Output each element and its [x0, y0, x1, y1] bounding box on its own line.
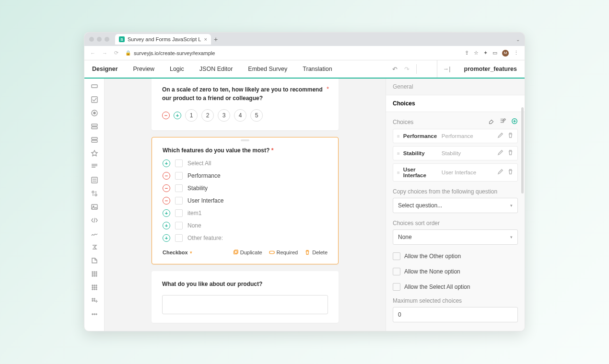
minimize-dot[interactable]	[97, 37, 102, 42]
choice-name[interactable]: User Interface	[403, 167, 438, 178]
choice-label[interactable]: None	[187, 222, 201, 229]
choice-row[interactable]: +Select All	[163, 159, 328, 167]
toolbox-file-icon[interactable]	[90, 256, 99, 265]
delete-choice-icon[interactable]	[507, 149, 514, 157]
edit-choice-icon[interactable]	[497, 149, 504, 157]
edit-choice-icon[interactable]	[497, 132, 504, 140]
close-tab-icon[interactable]: ×	[204, 36, 207, 42]
question-card-rating[interactable]: * On a scale of zero to ten, how likely …	[152, 79, 339, 130]
question-title[interactable]: On a scale of zero to ten, how likely ar…	[162, 85, 328, 102]
choice-row[interactable]: +None	[163, 222, 328, 229]
maximize-dot[interactable]	[105, 37, 109, 42]
panel-icon[interactable]: ▭	[492, 50, 497, 56]
checkbox[interactable]	[175, 222, 183, 229]
checkbox[interactable]	[175, 159, 183, 167]
accordion-general[interactable]: General	[386, 79, 525, 95]
browser-tab[interactable]: S Survey and Forms JavaScript L ×	[115, 34, 211, 45]
url-field[interactable]: 🔒 surveyjs.io/create-survey#example	[125, 50, 458, 56]
add-choice-icon[interactable]	[511, 118, 518, 126]
choice-value[interactable]: Stability	[442, 150, 493, 156]
remove-choice-icon[interactable]: −	[163, 197, 170, 205]
toolbox-radiogroup-icon[interactable]	[90, 108, 99, 118]
toolbox-image-icon[interactable]	[90, 202, 99, 212]
choice-row[interactable]: +Other feature:	[163, 234, 328, 242]
toolbox-html-icon[interactable]	[90, 216, 99, 225]
checkbox[interactable]	[175, 197, 183, 205]
choice-label[interactable]: Other feature:	[187, 235, 223, 241]
profile-avatar[interactable]: M	[502, 50, 509, 57]
drag-handle[interactable]	[241, 139, 249, 141]
rating-item[interactable]: 1	[185, 109, 198, 122]
choice-value[interactable]: User Interface	[442, 170, 493, 175]
scrollbar[interactable]	[521, 107, 524, 193]
new-tab-button[interactable]: +	[214, 35, 218, 43]
add-choice-icon[interactable]: +	[163, 222, 170, 229]
delete-choice-icon[interactable]	[507, 169, 514, 176]
extensions-icon[interactable]: ✦	[483, 50, 488, 56]
textarea-placeholder[interactable]	[162, 295, 328, 314]
allow-selectall-checkbox[interactable]: Allow the Select All option	[393, 283, 518, 291]
reload-button[interactable]: ⟳	[114, 50, 118, 56]
bookmark-icon[interactable]: ☆	[474, 50, 479, 56]
close-dot[interactable]	[89, 37, 94, 42]
back-button[interactable]: ←	[90, 50, 95, 56]
drag-handle-icon[interactable]: ≡	[397, 151, 399, 156]
toolbox-ranking-icon[interactable]	[90, 189, 99, 198]
drag-handle-icon[interactable]: ≡	[397, 134, 399, 139]
choice-label[interactable]: User Interface	[187, 197, 223, 204]
rating-item[interactable]: 2	[201, 109, 214, 122]
toolbox-text-icon[interactable]	[90, 81, 99, 91]
toolbox-more-icon[interactable]	[90, 309, 99, 319]
required-toggle[interactable]: Required	[269, 250, 298, 255]
delete-choice-icon[interactable]	[507, 132, 514, 140]
choice-label[interactable]: Stability	[187, 185, 208, 192]
choice-value[interactable]: Performance	[442, 133, 493, 139]
choice-label[interactable]: Performance	[187, 172, 221, 179]
choice-name[interactable]: Performance	[403, 133, 438, 139]
redo-icon[interactable]: ↷	[404, 66, 410, 73]
choice-row[interactable]: −Stability	[163, 184, 328, 192]
add-choice-icon[interactable]: +	[163, 209, 170, 217]
toolbox-signature-icon[interactable]	[90, 229, 99, 239]
menu-tab-logic[interactable]: Logic	[162, 60, 192, 78]
toolbox-expression-icon[interactable]: f	[90, 242, 99, 252]
menu-tab-designer[interactable]: Designer	[84, 60, 126, 79]
toolbox-dropdown-icon[interactable]	[90, 122, 99, 131]
clear-choices-icon[interactable]	[488, 118, 495, 126]
tabs-overflow-icon[interactable]: ⌄	[516, 37, 520, 42]
forward-button[interactable]: →	[102, 50, 107, 56]
menu-tab-json-editor[interactable]: JSON Editor	[192, 60, 240, 78]
choice-row[interactable]: −User Interface	[163, 197, 328, 205]
toolbox-matrixdropdown-icon[interactable]	[90, 283, 99, 292]
remove-rate-button[interactable]: −	[162, 112, 170, 119]
checkbox[interactable]	[175, 172, 183, 180]
kebab-menu-icon[interactable]: ⋮	[514, 50, 519, 56]
toolbox-comment-icon[interactable]	[90, 162, 99, 171]
accordion-choices[interactable]: Choices	[386, 95, 525, 112]
toolbox-checkbox-icon[interactable]	[90, 95, 99, 104]
add-choice-icon[interactable]: +	[163, 159, 170, 167]
checkbox[interactable]	[175, 209, 183, 217]
choice-label[interactable]: item1	[187, 210, 201, 216]
rating-item[interactable]: 5	[250, 109, 263, 122]
checkbox[interactable]	[175, 184, 183, 192]
choice-name[interactable]: Stability	[403, 150, 438, 156]
question-card-checkbox[interactable]: Which features do you value the most? * …	[152, 137, 339, 264]
add-choice-icon[interactable]: +	[163, 234, 170, 242]
sort-order-select[interactable]: None▾	[393, 229, 518, 245]
question-title[interactable]: What do you like about our product?	[162, 280, 328, 288]
max-selected-input[interactable]: 0	[393, 307, 518, 322]
menu-tab-embed-survey[interactable]: Embed Survey	[240, 60, 295, 78]
toolbox-multipletext-icon[interactable]	[90, 175, 99, 185]
remove-choice-icon[interactable]: −	[163, 172, 170, 180]
toolbox-rating-icon[interactable]	[90, 148, 99, 158]
batch-edit-icon[interactable]	[500, 118, 506, 126]
drag-handle-icon[interactable]: ≡	[397, 170, 399, 175]
share-icon[interactable]: ⇪	[465, 50, 469, 56]
remove-choice-icon[interactable]: −	[163, 184, 170, 192]
question-type-label[interactable]: Checkbox	[163, 250, 188, 255]
design-canvas[interactable]: * On a scale of zero to ten, how likely …	[105, 79, 386, 331]
question-card-comment[interactable]: What do you like about our product?	[152, 271, 339, 323]
separate-special-checkbox[interactable]: Separate special choices (None, Other, S…	[393, 330, 518, 331]
menu-tab-preview[interactable]: Preview	[126, 60, 162, 78]
